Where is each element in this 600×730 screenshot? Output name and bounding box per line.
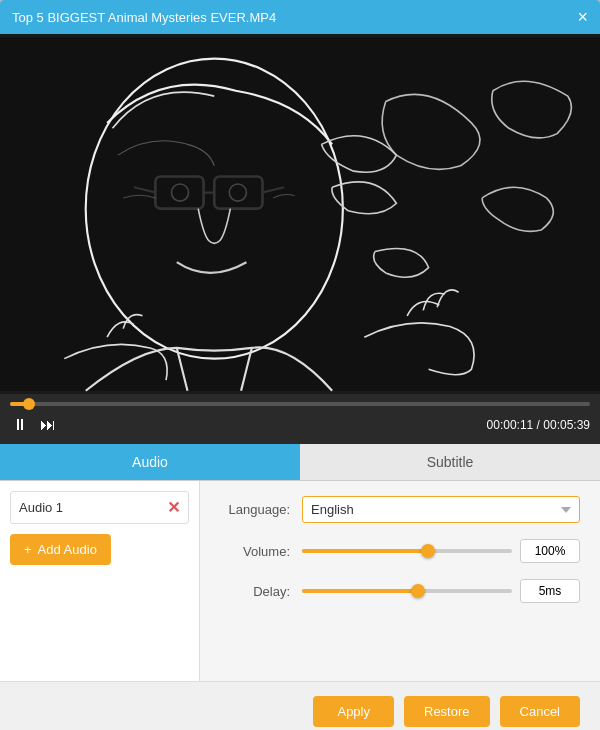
volume-label: Volume:: [220, 544, 290, 559]
progress-track[interactable]: [10, 402, 590, 406]
volume-row: Volume: 100%: [220, 539, 580, 563]
audio-item: Audio 1 ✕: [10, 491, 189, 524]
title-bar: Top 5 BIGGEST Animal Mysteries EVER.MP4 …: [0, 0, 600, 34]
cancel-button[interactable]: Cancel: [500, 696, 580, 727]
delay-slider[interactable]: [302, 581, 512, 601]
add-audio-label: Add Audio: [38, 542, 97, 557]
tab-subtitle[interactable]: Subtitle: [300, 444, 600, 480]
main-window: Top 5 BIGGEST Animal Mysteries EVER.MP4 …: [0, 0, 600, 730]
delay-label: Delay:: [220, 584, 290, 599]
controls-left: ⏸ ⏭: [10, 414, 58, 436]
restore-button[interactable]: Restore: [404, 696, 490, 727]
volume-slider[interactable]: [302, 541, 512, 561]
progress-area[interactable]: [10, 394, 590, 410]
audio-item-label: Audio 1: [19, 500, 63, 515]
window-title: Top 5 BIGGEST Animal Mysteries EVER.MP4: [12, 10, 276, 25]
volume-slider-knob[interactable]: [421, 544, 435, 558]
delay-slider-bg: [302, 589, 512, 593]
volume-slider-fill: [302, 549, 428, 553]
svg-rect-0: [0, 37, 600, 391]
progress-thumb[interactable]: [23, 398, 35, 410]
tab-audio[interactable]: Audio: [0, 444, 300, 480]
current-time: 00:00:11: [487, 418, 534, 432]
tabs-area: Audio Subtitle: [0, 444, 600, 481]
bottom-bar: Apply Restore Cancel: [0, 681, 600, 730]
apply-button[interactable]: Apply: [313, 696, 394, 727]
volume-value-input[interactable]: 100%: [520, 539, 580, 563]
language-row: Language: English French Spanish German …: [220, 496, 580, 523]
controls-bottom: ⏸ ⏭ 00:00:11 / 00:05:39: [10, 410, 590, 444]
delay-slider-knob[interactable]: [411, 584, 425, 598]
left-panel: Audio 1 ✕ + Add Audio: [0, 481, 200, 681]
language-select[interactable]: English French Spanish German Chinese Ja…: [302, 496, 580, 523]
controls-bar: ⏸ ⏭ 00:00:11 / 00:05:39: [0, 394, 600, 444]
time-display: 00:00:11 / 00:05:39: [487, 418, 590, 432]
pause-button[interactable]: ⏸: [10, 414, 30, 436]
remove-audio-button[interactable]: ✕: [167, 498, 180, 517]
content-area: Audio 1 ✕ + Add Audio Language: English …: [0, 481, 600, 681]
total-time: 00:05:39: [543, 418, 590, 432]
add-audio-button[interactable]: + Add Audio: [10, 534, 111, 565]
skip-button[interactable]: ⏭: [38, 414, 58, 436]
plus-icon: +: [24, 542, 32, 557]
delay-row: Delay: 5ms: [220, 579, 580, 603]
delay-slider-fill: [302, 589, 418, 593]
right-panel: Language: English French Spanish German …: [200, 481, 600, 681]
delay-value-input[interactable]: 5ms: [520, 579, 580, 603]
video-area: [0, 34, 600, 394]
video-frame: [0, 34, 600, 394]
volume-slider-bg: [302, 549, 512, 553]
language-label: Language:: [220, 502, 290, 517]
close-button[interactable]: ×: [577, 8, 588, 26]
